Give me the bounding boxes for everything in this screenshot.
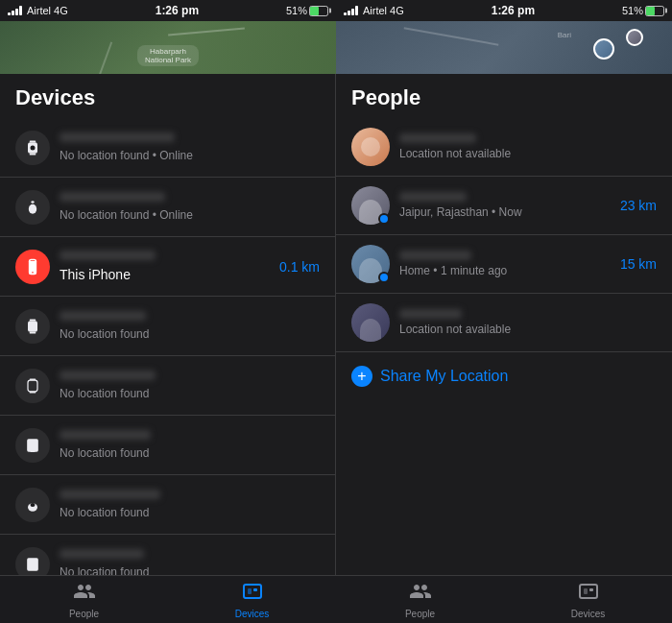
device-item[interactable]: No location found • Online [0, 178, 335, 237]
people-panel[interactable]: People Location not available [336, 74, 672, 575]
svg-rect-22 [248, 588, 252, 594]
device-name-blur [60, 549, 144, 559]
device-item-this-iphone[interactable]: This iPhone 0.1 km [0, 237, 335, 297]
person-item-1[interactable]: Location not available [336, 118, 672, 177]
device-item[interactable]: No location found [0, 297, 335, 356]
person-distance-2: 23 km [620, 198, 657, 213]
svg-rect-0 [30, 140, 36, 142]
person-name-blur-3 [399, 251, 471, 260]
battery-pct-left: 51% [286, 5, 307, 16]
svg-rect-8 [31, 259, 36, 260]
device-info: No location found • Online [60, 132, 320, 162]
device-icon-homepod [15, 190, 50, 225]
tab-people-left[interactable]: People [0, 576, 168, 623]
device-name-blur [60, 490, 160, 499]
device-icon-square [15, 428, 50, 463]
person-location-4: Location not available [399, 323, 657, 336]
map-label-2: National Park [145, 56, 191, 64]
tab-label-devices-right: Devices [571, 609, 606, 619]
device-item[interactable]: No location found [0, 356, 335, 416]
device-item[interactable]: No location found [0, 475, 335, 535]
person-item-4[interactable]: Location not available [336, 294, 672, 352]
device-info: No location found [60, 549, 320, 575]
map-label-1: Habarparh [145, 47, 191, 56]
device-status-2: No location found • Online [60, 208, 320, 222]
svg-rect-21 [244, 585, 261, 598]
device-info: No location found [60, 490, 320, 519]
svg-rect-26 [589, 588, 593, 591]
device-icon-iphone [15, 250, 50, 284]
devices-icon-left [241, 580, 264, 607]
device-icon [15, 369, 50, 403]
share-location-button[interactable]: + Share My Location [336, 352, 672, 400]
device-info: No location found [60, 311, 320, 341]
homepod-mini-icon [23, 495, 42, 515]
tab-bar: People Devices People Devices [0, 575, 672, 623]
battery-left: 51% [286, 5, 328, 16]
status-bar-right: Airtel 4G 1:26 pm 51% [336, 0, 672, 21]
person-avatar-3 [351, 245, 390, 283]
svg-rect-23 [253, 588, 257, 591]
device-name-blur [60, 251, 156, 260]
device-info: No location found • Online [60, 192, 320, 222]
svg-point-3 [31, 145, 36, 150]
tab-devices-left[interactable]: Devices [168, 576, 336, 623]
device-item[interactable]: No location found [0, 535, 335, 575]
status-bar-left: Airtel 4G 1:26 pm 51% [0, 0, 336, 21]
map-right: Bari [336, 21, 672, 74]
svg-rect-5 [31, 201, 34, 204]
svg-rect-24 [580, 585, 597, 598]
share-location-plus-icon: + [351, 366, 372, 387]
person-name-blur-4 [399, 309, 462, 319]
status-bars: Airtel 4G 1:26 pm 51% Airtel 4G 1:26 pm … [0, 0, 672, 21]
square-device-icon [23, 436, 42, 455]
person-item-2[interactable]: Jaipur, Rajasthan • Now 23 km [336, 177, 672, 235]
map-left: Habarparh National Park [0, 21, 336, 74]
devices-panel[interactable]: Devices No location found • Online [0, 74, 336, 575]
person-item-3[interactable]: Home • 1 minute ago 15 km [336, 235, 672, 294]
signal-icon-right [344, 6, 358, 15]
device-info: No location found [60, 430, 320, 460]
svg-point-6 [32, 204, 35, 207]
person-distance-3: 15 km [620, 256, 657, 272]
person-name-blur-2 [399, 192, 467, 202]
person-info-2: Jaipur, Rajasthan • Now [399, 192, 620, 219]
iphone-icon [23, 257, 42, 276]
device-item[interactable]: No location found • Online [0, 118, 335, 178]
device-distance-iphone: 0.1 km [279, 259, 320, 275]
square-device-icon-2 [23, 555, 42, 574]
svg-rect-10 [30, 319, 36, 321]
watch-outline-icon [23, 376, 42, 395]
device-icon-mini [15, 488, 50, 522]
avatar-bg-1 [351, 128, 390, 166]
avatar-bg-4 [351, 303, 390, 342]
device-status-4: No location found [60, 327, 320, 341]
person-location-1: Location not available [399, 147, 657, 160]
device-name-blur [60, 311, 146, 321]
share-location-label: Share My Location [380, 368, 508, 385]
person-name-blur-1 [399, 133, 476, 143]
watch-icon-2 [23, 317, 42, 336]
device-name-blur [60, 192, 165, 202]
device-name-blur [60, 132, 175, 142]
people-icon-right [409, 580, 432, 607]
time-right: 1:26 pm [492, 4, 535, 17]
tab-label-people-right: People [405, 609, 435, 619]
tab-label-devices-left: Devices [235, 609, 270, 619]
right-carrier: Airtel 4G [344, 5, 404, 16]
device-item[interactable]: No location found [0, 416, 335, 475]
svg-rect-20 [27, 558, 38, 570]
svg-point-19 [31, 502, 36, 506]
person-status-dot-3 [378, 272, 390, 283]
tab-devices-right[interactable]: Devices [504, 576, 672, 623]
person-avatar-2 [351, 186, 390, 225]
devices-title: Devices [0, 74, 335, 118]
device-status-5: No location found [60, 387, 320, 400]
signal-icon [8, 6, 22, 15]
time-left: 1:26 pm [156, 4, 199, 17]
svg-rect-1 [30, 153, 36, 155]
person-avatar-4 [351, 303, 390, 342]
device-status-6: No location found [60, 446, 320, 460]
tab-people-right[interactable]: People [336, 576, 504, 623]
carrier-name-right: Airtel 4G [363, 5, 404, 16]
